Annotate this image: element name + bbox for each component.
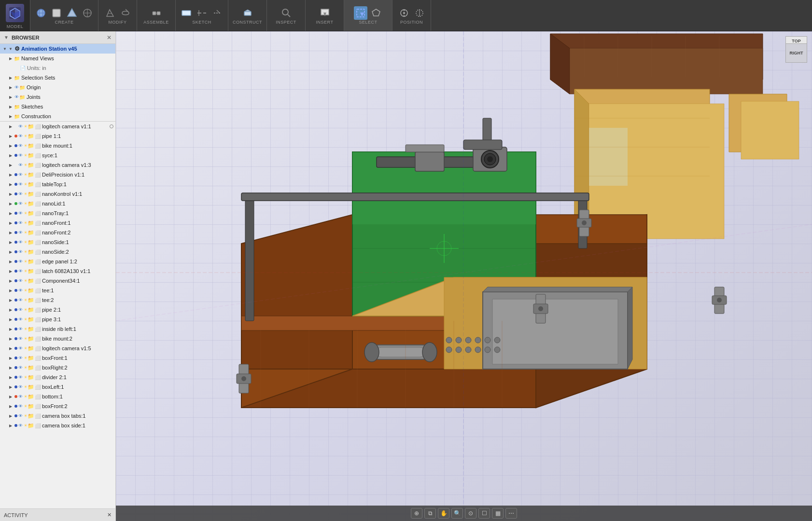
item-expand-27[interactable]: ▶	[8, 384, 14, 390]
item-expand-28[interactable]: ▶	[8, 394, 14, 399]
item-expand-10[interactable]: ▶	[8, 220, 14, 226]
list-item[interactable]: ▶ 👁 ☀ 📁 ⬜ logitech camera v1:5	[0, 343, 115, 353]
light-icon-12[interactable]: ☀	[24, 240, 28, 245]
vp-fit-btn[interactable]: ⊙	[465, 508, 476, 519]
light-icon-30[interactable]: ☀	[24, 413, 28, 418]
item-expand-14[interactable]: ▶	[8, 259, 14, 264]
light-icon-5[interactable]: ☀	[24, 172, 28, 177]
list-item[interactable]: ▶ 👁 ☀ 📁 ⬜ boxLeft:1	[0, 382, 115, 392]
list-item[interactable]: ▶ 👁 ☀ 📁 ⬜ tableTop:1	[0, 179, 115, 189]
list-item[interactable]: ▶ 👁 ☀ 📁 ⬜ DeliPrecision v1:1	[0, 170, 115, 179]
construct-icon-1[interactable]	[241, 6, 254, 20]
eye-icon-14[interactable]: 👁	[18, 259, 23, 264]
origin-expand[interactable]: ▶	[8, 84, 14, 90]
light-icon-0[interactable]: ☀	[24, 124, 28, 129]
vp-pan-btn[interactable]: ✋	[438, 508, 449, 519]
light-icon-2[interactable]: ☀	[24, 143, 28, 148]
list-item[interactable]: ▶ 👁 ☀ 📁 ⬜ nanoTray:1	[0, 208, 115, 218]
create-icon-4[interactable]	[81, 6, 94, 20]
eye-icon-21[interactable]: 👁	[18, 327, 23, 331]
vp-view-btn3[interactable]: ⋯	[505, 508, 517, 519]
root-expand2[interactable]: ▼	[8, 46, 14, 52]
eye-icon-6[interactable]: 👁	[18, 182, 23, 187]
activity-close-btn[interactable]: ✕	[107, 512, 112, 518]
tree-item-named-views[interactable]: ▶ 📁 Named Views	[0, 54, 115, 63]
item-expand-9[interactable]: ▶	[8, 210, 14, 216]
position-icon-1[interactable]	[397, 6, 411, 20]
construction-expand[interactable]: ▶	[8, 113, 14, 119]
tree-item-joints[interactable]: ▶ 👁 📁 Joints	[0, 92, 115, 102]
light-icon-17[interactable]: ☀	[24, 288, 28, 293]
light-icon-6[interactable]: ☀	[24, 182, 28, 187]
light-icon-21[interactable]: ☀	[24, 327, 28, 331]
list-item[interactable]: ▶ 👁 ☀ 📁 ⬜ boxFront:2	[0, 401, 115, 411]
joints-expand[interactable]: ▶	[8, 94, 14, 100]
item-expand-12[interactable]: ▶	[8, 239, 14, 245]
item-expand-3[interactable]: ▶	[8, 152, 14, 158]
list-item[interactable]: ▶ 👁 ☀ 📁 ⬜ nanoSide:2	[0, 247, 115, 257]
eye-icon-16[interactable]: 👁	[18, 278, 23, 283]
light-icon-23[interactable]: ☀	[24, 346, 28, 351]
modify-icon-2[interactable]	[119, 6, 132, 20]
item-expand-24[interactable]: ▶	[8, 355, 14, 361]
item-expand-8[interactable]: ▶	[8, 201, 14, 206]
light-icon-3[interactable]: ☀	[24, 153, 28, 158]
eye-icon-7[interactable]: 👁	[18, 192, 23, 196]
light-icon-11[interactable]: ☀	[24, 230, 28, 235]
list-item[interactable]: ▶ 👁 ☀ 📁 ⬜ logitech camera v1:1	[0, 122, 115, 131]
create-icon-2[interactable]	[50, 6, 63, 20]
joints-eye-icon[interactable]: 👁	[14, 95, 19, 99]
assemble-icon-1[interactable]	[150, 6, 163, 20]
browser-close-btn[interactable]: ✕	[107, 34, 112, 41]
model-tab[interactable]: MODEL	[0, 0, 30, 31]
eye-icon-25[interactable]: 👁	[18, 365, 23, 370]
eye-icon-24[interactable]: 👁	[18, 356, 23, 360]
sketches-expand[interactable]: ▶	[8, 104, 14, 110]
light-icon-14[interactable]: ☀	[24, 259, 28, 264]
list-item[interactable]: ▶ 👁 ☀ 📁 ⬜ divider 2:1	[0, 372, 115, 382]
select-icon-freeform[interactable]	[369, 6, 383, 20]
eye-icon-22[interactable]: 👁	[18, 336, 23, 341]
tree-item-origin[interactable]: ▶ 👁 📁 Origin	[0, 82, 115, 92]
light-icon-28[interactable]: ☀	[24, 394, 28, 399]
light-icon-24[interactable]: ☀	[24, 356, 28, 360]
viewport[interactable]: TOP RIGHT	[116, 31, 812, 521]
light-icon-15[interactable]: ☀	[24, 269, 28, 274]
eye-icon-30[interactable]: 👁	[18, 413, 23, 418]
list-item[interactable]: ▶ 👁 ☀ 📁 ⬜ camera box tabs:1	[0, 411, 115, 421]
eye-icon-2[interactable]: 👁	[18, 143, 23, 148]
list-item[interactable]: ▶ 👁 ☀ 📁 ⬜ nanoSide:1	[0, 237, 115, 247]
tree-item-selection-sets[interactable]: ▶ 📁 Selection Sets	[0, 73, 115, 82]
eye-icon-4[interactable]: 👁	[18, 163, 23, 167]
eye-icon-31[interactable]: 👁	[18, 423, 23, 428]
item-expand-16[interactable]: ▶	[8, 278, 14, 284]
light-icon-20[interactable]: ☀	[24, 317, 28, 322]
select-icon-window[interactable]	[354, 6, 367, 20]
list-item[interactable]: ▶ 👁 ☀ 📁 ⬜ tee:1	[0, 286, 115, 295]
item-expand-5[interactable]: ▶	[8, 172, 14, 178]
item-expand-7[interactable]: ▶	[8, 191, 14, 197]
item-expand-11[interactable]: ▶	[8, 230, 14, 235]
eye-icon-28[interactable]: 👁	[18, 394, 23, 399]
eye-icon-5[interactable]: 👁	[18, 172, 23, 177]
eye-icon-27[interactable]: 👁	[18, 384, 23, 389]
item-expand-26[interactable]: ▶	[8, 374, 14, 380]
sketch-icon-1[interactable]	[180, 6, 193, 20]
eye-icon-19[interactable]: 👁	[18, 307, 23, 312]
list-item[interactable]: ▶ 👁 ☀ 📁 ⬜ latch 6082A130 v1:1	[0, 266, 115, 276]
vp-zoom-btn[interactable]: 🔍	[451, 508, 463, 519]
list-item[interactable]: ▶ 👁 ☀ 📁 ⬜ pipe 2:1	[0, 305, 115, 315]
eye-icon-10[interactable]: 👁	[18, 220, 23, 225]
eye-icon-29[interactable]: 👁	[18, 404, 23, 409]
list-item[interactable]: ▶ 👁 ☀ 📁 ⬜ tee:2	[0, 295, 115, 305]
light-icon-18[interactable]: ☀	[24, 298, 28, 302]
eye-icon-0[interactable]: 👁	[18, 124, 23, 129]
create-icon-3[interactable]	[65, 6, 79, 20]
tree-item-construction[interactable]: ▶ 📁 Construction	[0, 111, 115, 121]
eye-icon-26[interactable]: 👁	[18, 375, 23, 380]
item-expand-29[interactable]: ▶	[8, 403, 14, 409]
named-views-expand[interactable]: ▶	[8, 55, 14, 61]
selection-sets-expand[interactable]: ▶	[8, 75, 14, 81]
vp-view-btn1[interactable]: ☐	[478, 508, 490, 519]
item-expand-19[interactable]: ▶	[8, 307, 14, 313]
